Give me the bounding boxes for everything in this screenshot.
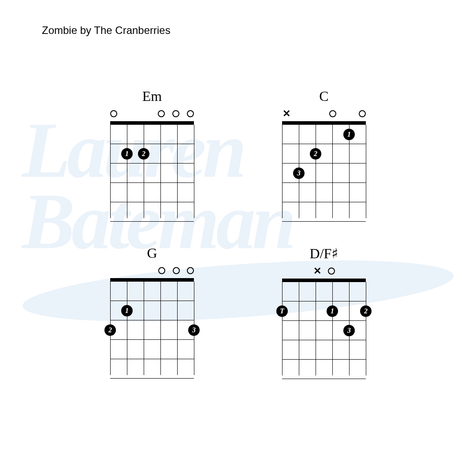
fret-line <box>282 144 366 144</box>
fret-line <box>282 340 366 340</box>
open-string-icon <box>173 267 180 274</box>
finger-label: T <box>280 307 284 315</box>
finger-dot: 3 <box>343 325 355 336</box>
finger-label: 1 <box>347 130 351 138</box>
fretboard: 123 <box>282 121 366 218</box>
string-line <box>144 125 144 218</box>
finger-dot: 1 <box>327 305 338 317</box>
fret-line <box>282 221 366 222</box>
blank-marker <box>282 266 291 277</box>
fret-line <box>110 359 194 359</box>
string-line <box>316 282 316 376</box>
fret-line <box>110 378 194 379</box>
mute-string-icon <box>282 109 291 119</box>
fret-line <box>282 301 366 301</box>
fret-line <box>282 182 366 183</box>
open-string-icon <box>187 110 194 117</box>
open-string-icon <box>158 267 165 274</box>
string-line <box>366 282 366 376</box>
chord-diagram: Em12 <box>88 88 216 219</box>
finger-dot: 1 <box>343 129 355 140</box>
string-markers <box>110 109 194 119</box>
string-markers <box>282 109 366 119</box>
open-string-icon <box>359 110 366 117</box>
chord-diagram: D/F♯T123 <box>260 245 388 376</box>
fret-line <box>110 320 194 320</box>
chord-diagram: C123 <box>260 88 388 219</box>
string-line <box>316 125 316 218</box>
open-string-icon <box>158 110 165 117</box>
string-markers <box>282 266 366 277</box>
fret-line <box>282 379 366 379</box>
finger-dot: 2 <box>104 324 116 336</box>
chord-diagram: G123 <box>88 245 216 376</box>
fret-line <box>110 301 194 301</box>
blank-marker <box>298 266 306 277</box>
string-line <box>282 125 283 218</box>
finger-label: 3 <box>347 327 351 335</box>
finger-dot: 1 <box>121 305 133 316</box>
chord-name: C <box>319 88 328 104</box>
fretboard: T123 <box>282 279 366 376</box>
chord-name: D/F♯ <box>310 245 338 262</box>
page-title: Zombie by The Cranberries <box>42 24 171 37</box>
blank-marker <box>110 266 119 276</box>
finger-label: 2 <box>108 326 112 334</box>
fretboard: 12 <box>110 121 194 218</box>
fretboard: 123 <box>110 278 194 375</box>
fret-line <box>110 163 194 164</box>
finger-label: 1 <box>331 307 334 315</box>
fret-line <box>110 182 194 183</box>
blank-marker <box>357 266 366 277</box>
fret-line <box>282 163 366 164</box>
string-line <box>177 125 178 218</box>
open-string-icon <box>110 110 117 117</box>
fret-line <box>110 202 194 202</box>
string-line <box>127 282 127 375</box>
string-line <box>160 282 161 375</box>
finger-dot: 3 <box>293 167 305 179</box>
string-line <box>160 125 161 218</box>
string-line <box>194 125 194 218</box>
finger-label: 3 <box>192 326 196 334</box>
finger-label: 1 <box>125 307 129 315</box>
chord-diagram-grid: Em12C123G123D/F♯T123 <box>88 88 388 376</box>
finger-label: 2 <box>364 307 368 315</box>
mute-string-icon <box>313 266 322 277</box>
string-line <box>282 282 283 376</box>
blank-marker <box>313 109 322 119</box>
open-string-icon <box>172 110 179 117</box>
fret-line <box>110 144 194 144</box>
finger-dot: 2 <box>360 305 372 317</box>
finger-label: 2 <box>314 150 317 158</box>
fret-line <box>110 339 194 340</box>
fret-line <box>282 320 366 321</box>
finger-label: 3 <box>297 169 301 177</box>
fret-line <box>282 202 366 202</box>
fret-line <box>282 359 366 360</box>
string-line <box>177 282 178 375</box>
fret-line <box>110 221 194 222</box>
finger-label: 1 <box>125 150 129 158</box>
string-line <box>110 125 111 218</box>
blank-marker <box>342 266 350 277</box>
string-line <box>299 282 299 376</box>
open-string-icon <box>329 110 336 117</box>
string-line <box>144 282 144 375</box>
finger-label: 2 <box>142 150 145 158</box>
string-line <box>332 282 333 376</box>
finger-dot: 1 <box>121 148 133 160</box>
string-markers <box>110 266 194 276</box>
blank-marker <box>125 109 134 119</box>
chord-name: G <box>147 245 157 261</box>
chord-name: Em <box>142 88 162 104</box>
finger-dot: 2 <box>138 148 149 160</box>
finger-dot: 3 <box>188 324 200 336</box>
string-line <box>127 125 127 218</box>
finger-dot: 2 <box>310 148 321 160</box>
blank-marker <box>343 109 352 119</box>
blank-marker <box>142 266 151 276</box>
string-line <box>332 125 333 218</box>
blank-marker <box>126 266 135 276</box>
blank-marker <box>298 109 307 119</box>
